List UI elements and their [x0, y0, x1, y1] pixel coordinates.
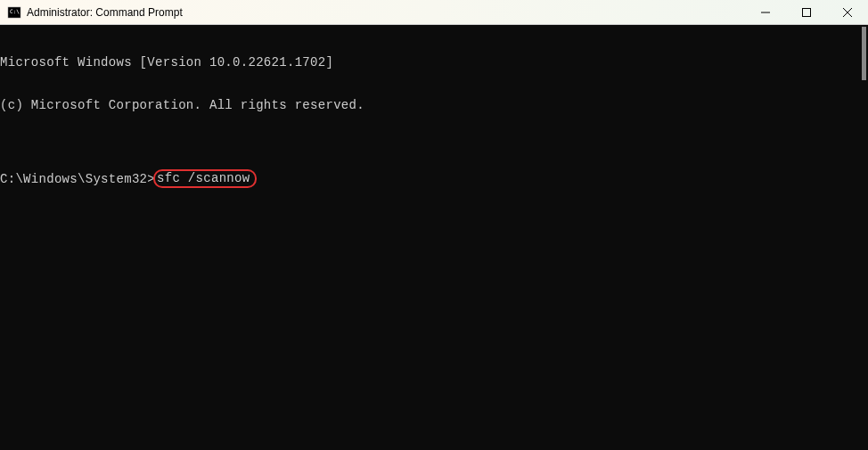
close-icon	[843, 8, 852, 17]
titlebar-left: C:\ Administrator: Command Prompt	[7, 5, 183, 20]
window-controls	[745, 0, 868, 24]
command-highlight: sfc /scannow	[153, 169, 257, 188]
scrollbar-thumb[interactable]	[862, 27, 866, 80]
terminal-area[interactable]: Microsoft Windows [Version 10.0.22621.17…	[0, 25, 868, 450]
cmd-icon: C:\	[7, 5, 21, 20]
minimize-icon	[761, 8, 770, 17]
minimize-button[interactable]	[745, 0, 786, 24]
terminal-output-line: (c) Microsoft Corporation. All rights re…	[0, 98, 868, 112]
svg-text:C:\: C:\	[10, 8, 20, 14]
terminal-command: sfc /scannow	[157, 171, 250, 185]
maximize-button[interactable]	[786, 0, 827, 24]
window-titlebar: C:\ Administrator: Command Prompt	[0, 0, 868, 25]
terminal-prompt-line: C:\Windows\System32>sfc /scannow	[0, 169, 868, 188]
close-button[interactable]	[827, 0, 868, 24]
svg-rect-3	[803, 8, 811, 16]
maximize-icon	[802, 8, 811, 17]
window-title: Administrator: Command Prompt	[27, 6, 183, 19]
terminal-output-line: Microsoft Windows [Version 10.0.22621.17…	[0, 55, 868, 70]
terminal-prompt: C:\Windows\System32>	[0, 172, 155, 186]
